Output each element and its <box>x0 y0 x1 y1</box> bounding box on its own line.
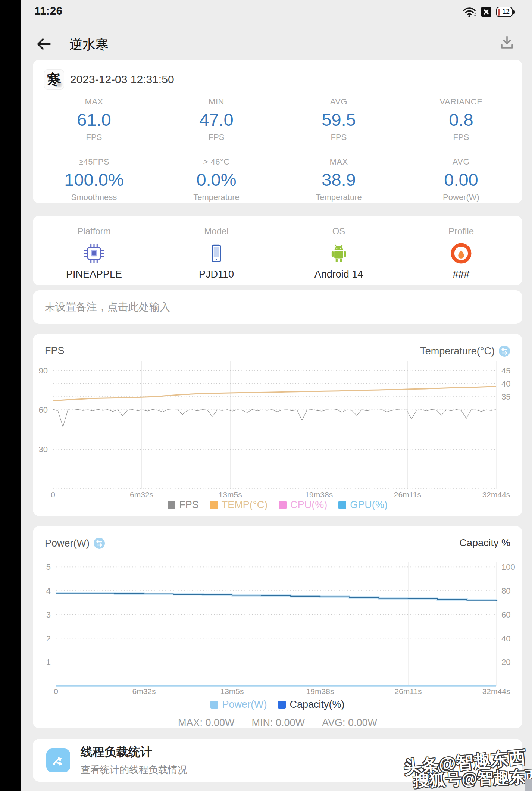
svg-text:2: 2 <box>46 634 51 643</box>
status-icons: 12 <box>463 6 516 18</box>
power-min: MIN: 0.00W <box>251 717 305 728</box>
svg-text:30: 30 <box>39 445 48 454</box>
swap-axis-icon[interactable] <box>93 537 105 549</box>
power-capacity-chart: 06m32s13m5s19m38s26m11s32m44s51004803602… <box>33 526 522 728</box>
fps-chart-right-title: Temperature(°C) <box>420 346 495 357</box>
device-platform: Platform PINEAPPLE <box>33 226 155 280</box>
stat-min-fps: MIN47.0FPS <box>155 97 278 142</box>
svg-text:6m32s: 6m32s <box>132 687 156 695</box>
fps-chart-left-title: FPS <box>45 345 65 357</box>
thread-card-subtitle: 查看统计的线程负载情况 <box>81 763 187 776</box>
svg-text:13m5s: 13m5s <box>220 687 244 695</box>
corner-block <box>525 779 532 791</box>
legend-item: FPS <box>168 499 199 511</box>
power-chart-legend: Power(W)Capacity(%) <box>33 698 522 710</box>
fps-chart-legend: FPSTEMP(°C)CPU(%)GPU(%) <box>33 498 522 512</box>
stat-max-temp: MAX38.9Temperature <box>278 157 400 202</box>
svg-text:0: 0 <box>51 490 55 499</box>
svg-text:13m5s: 13m5s <box>219 490 242 499</box>
svg-text:60: 60 <box>501 610 510 619</box>
power-chart-card: 06m32s13m5s19m38s26m11s32m44s51004803602… <box>33 526 522 728</box>
legend-item: GPU(%) <box>338 499 388 511</box>
fps-temperature-chart: 06m32s13m5s19m38s26m11s32m44s90454035603… <box>33 334 522 516</box>
legend-swatch <box>279 501 287 509</box>
legend-label: CPU(%) <box>290 499 327 511</box>
legend-item: TEMP(°C) <box>210 499 267 511</box>
device-model: Model PJD110 <box>155 226 278 280</box>
svg-text:100: 100 <box>501 562 515 572</box>
stat-avg-fps: AVG59.5FPS <box>278 97 400 142</box>
svg-text:4: 4 <box>46 586 51 595</box>
legend-label: TEMP(°C) <box>222 499 267 511</box>
legend-label: GPU(%) <box>350 499 388 511</box>
svg-text:6m32s: 6m32s <box>130 490 153 499</box>
stat-over-temp: > 46°C0.0%Temperature <box>155 157 278 202</box>
stat-smoothness: ≥45FPS100.0%Smoothness <box>33 157 155 202</box>
status-time: 11:26 <box>34 4 62 17</box>
phone-icon <box>206 243 227 264</box>
game-icon: 寒 <box>44 69 64 90</box>
download-button[interactable] <box>499 34 515 50</box>
back-button[interactable] <box>36 37 52 51</box>
swap-axis-icon[interactable] <box>498 345 510 357</box>
device-os: OS Android 14 <box>278 226 400 280</box>
wifi-icon <box>463 6 476 18</box>
thread-card-title: 线程负载统计 <box>81 744 187 760</box>
power-chart-left-title: Power(W) <box>45 538 90 549</box>
sim-missing-icon <box>481 6 492 18</box>
android-icon <box>328 243 350 264</box>
chip-icon <box>83 243 105 264</box>
note-input-card[interactable]: 未设置备注，点击此处输入 <box>33 290 522 324</box>
power-avg: AVG: 0.00W <box>322 717 377 728</box>
device-profile: Profile ### <box>400 226 522 280</box>
power-stats-row: MAX: 0.00W MIN: 0.00W AVG: 0.00W <box>33 717 522 728</box>
svg-text:1: 1 <box>46 657 51 667</box>
battery-percent: 12 <box>500 8 511 16</box>
svg-text:32m44s: 32m44s <box>482 687 510 695</box>
svg-text:26m11s: 26m11s <box>394 687 422 695</box>
summary-card: 寒 2023-12-03 12:31:50 MAX61.0FPS MIN47.0… <box>33 60 522 203</box>
legend-label: FPS <box>179 499 199 511</box>
legend-swatch <box>210 501 218 509</box>
legend-label: Capacity(%) <box>290 699 344 710</box>
svg-text:40: 40 <box>501 379 510 388</box>
stat-max-fps: MAX61.0FPS <box>33 97 155 142</box>
legend-item: Capacity(%) <box>278 699 344 710</box>
legend-swatch <box>278 701 286 709</box>
thread-share-icon <box>46 748 70 772</box>
svg-text:80: 80 <box>501 586 510 595</box>
legend-item: Power(W) <box>210 699 267 710</box>
legend-label: Power(W) <box>222 699 267 710</box>
legend-swatch <box>168 501 175 509</box>
profile-icon <box>450 243 472 264</box>
svg-text:35: 35 <box>501 392 510 401</box>
legend-swatch <box>210 701 218 709</box>
stats-grid: MAX61.0FPS MIN47.0FPS AVG59.5FPS VARIANC… <box>33 97 522 202</box>
power-max: MAX: 0.00W <box>178 717 235 728</box>
svg-text:60: 60 <box>39 405 48 415</box>
fps-chart-card: 06m32s13m5s19m38s26m11s32m44s90454035603… <box>33 334 522 516</box>
svg-text:0: 0 <box>54 687 58 695</box>
svg-text:32m44s: 32m44s <box>482 490 510 499</box>
watermark-line2: 搜狐号@智趣东西 <box>413 766 532 791</box>
battery-icon: 12 <box>496 7 516 17</box>
page-title: 逆水寒 <box>69 36 109 53</box>
svg-text:20: 20 <box>501 657 510 667</box>
svg-text:45: 45 <box>501 366 510 375</box>
svg-text:90: 90 <box>39 366 48 375</box>
legend-swatch <box>338 501 346 509</box>
record-timestamp: 2023-12-03 12:31:50 <box>70 73 174 86</box>
svg-text:40: 40 <box>501 634 510 643</box>
stat-variance-fps: VARIANCE0.8FPS <box>400 97 522 142</box>
screen-edge-strip <box>0 0 21 791</box>
svg-text:26m11s: 26m11s <box>394 490 421 499</box>
svg-text:19m38s: 19m38s <box>306 687 334 695</box>
legend-item: CPU(%) <box>279 499 327 511</box>
note-placeholder: 未设置备注，点击此处输入 <box>33 290 522 324</box>
svg-text:19m38s: 19m38s <box>305 490 333 499</box>
download-icon <box>499 34 515 50</box>
back-arrow-icon <box>36 37 52 51</box>
power-chart-right-title: Capacity % <box>459 537 510 549</box>
device-card: Platform PINEAPPLE Model <box>33 216 522 285</box>
stat-avg-power: AVG0.00Power(W) <box>400 157 522 202</box>
